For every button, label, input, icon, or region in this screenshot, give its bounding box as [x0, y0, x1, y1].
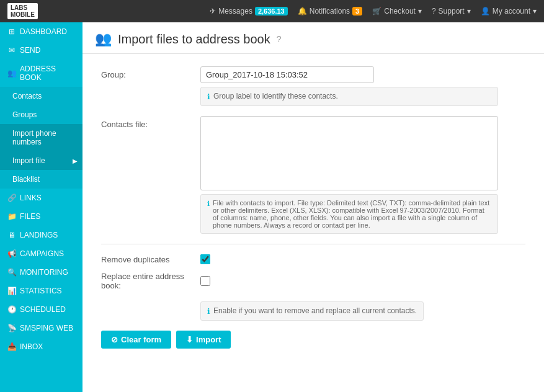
bell-icon: 🔔 — [298, 7, 307, 16]
file-upload-area[interactable] — [200, 116, 498, 190]
send-icon: ✉ — [7, 46, 16, 55]
chevron-down-icon: ▾ — [418, 7, 422, 16]
page-header: 👥 Import files to address book ? — [82, 22, 544, 54]
file-hint-text: File with contacts to import. File type:… — [213, 199, 491, 229]
sidebar-item-campaigns[interactable]: 📢 CAMPAIGNS — [0, 244, 82, 263]
section-divider — [101, 244, 525, 244]
sidebar-item-send[interactable]: ✉ SEND — [0, 41, 82, 60]
contacts-file-control: ℹ File with contacts to import. File typ… — [200, 116, 525, 234]
campaigns-icon: 📢 — [7, 249, 16, 258]
sidebar-item-scheduled[interactable]: 🕐 SCHEDULED — [0, 300, 82, 319]
info-icon: ℹ — [207, 200, 210, 208]
sidebar-item-smspingweb[interactable]: 📡 SMSPING WEB — [0, 319, 82, 337]
clear-icon: ⊘ — [111, 335, 118, 344]
sidebar-item-blacklist[interactable]: Blacklist — [0, 170, 82, 189]
contacts-file-label: Contacts file: — [101, 116, 200, 129]
messages-icon: ✈ — [210, 7, 216, 16]
smspingweb-icon: 📡 — [7, 324, 16, 332]
clear-form-button[interactable]: ⊘ Clear form — [101, 331, 171, 349]
sidebar-item-monitoring[interactable]: 🔍 MONITORING — [0, 263, 82, 282]
sidebar-item-statistics[interactable]: 📊 STATISTICS — [0, 282, 82, 300]
file-hint-box: ℹ File with contacts to import. File typ… — [200, 194, 498, 234]
group-input[interactable] — [200, 66, 374, 83]
address-book-icon: 👥 — [7, 69, 16, 78]
dashboard-icon: ⊞ — [7, 27, 16, 36]
landings-icon: 🖥 — [7, 231, 16, 239]
group-control-area: ℹ Group label to identify these contacts… — [200, 66, 525, 106]
scheduled-icon: 🕐 — [7, 305, 16, 314]
replace-address-book-label: Replace entire address book: — [101, 272, 200, 290]
inbox-icon: 📥 — [7, 342, 16, 351]
messages-nav-item[interactable]: ✈ Messages 2,636.13 — [210, 7, 288, 16]
messages-badge: 2,636.13 — [255, 7, 288, 16]
chevron-down-icon: ▾ — [467, 7, 471, 16]
sidebar: ⊞ DASHBOARD ✉ SEND 👥 ADDRESS BOOK Contac… — [0, 22, 82, 392]
checkout-nav-item[interactable]: 🛒 Checkout ▾ — [372, 7, 422, 16]
info-icon: ℹ — [207, 92, 210, 101]
sidebar-item-contacts[interactable]: Contacts — [0, 87, 82, 105]
cart-icon: 🛒 — [372, 7, 381, 16]
group-hint-text: Group label to identify these contacts. — [213, 92, 338, 100]
remove-duplicates-checkbox[interactable] — [200, 254, 210, 264]
import-icon: ⬇ — [186, 335, 193, 344]
replace-hint-row: ℹ Enable if you want to remove and repla… — [101, 298, 525, 321]
account-nav-item[interactable]: 👤 My account ▾ — [481, 7, 537, 16]
chevron-down-icon: ▾ — [533, 7, 537, 16]
group-hint-box: ℹ Group label to identify these contacts… — [200, 87, 498, 106]
main-content: 👥 Import files to address book ? Group: … — [82, 22, 544, 392]
monitoring-icon: 🔍 — [7, 268, 16, 277]
page-header-icon: 👥 — [95, 31, 112, 47]
top-navigation: LABS MOBILE ✈ Messages 2,636.13 🔔 Notifi… — [0, 0, 544, 22]
user-icon: 👤 — [481, 7, 490, 16]
remove-duplicates-row: Remove duplicates — [101, 254, 525, 264]
contacts-file-row: Contacts file: ℹ File with contacts to i… — [101, 116, 525, 234]
remove-duplicates-label: Remove duplicates — [101, 255, 200, 264]
sidebar-item-dashboard[interactable]: ⊞ DASHBOARD — [0, 22, 82, 41]
page-title: Import files to address book — [118, 32, 270, 47]
sidebar-item-inbox[interactable]: 📥 INBOX — [0, 337, 82, 356]
import-button[interactable]: ⬇ Import — [176, 331, 231, 349]
form-buttons: ⊘ Clear form ⬇ Import — [101, 331, 525, 349]
logo: LABS MOBILE — [7, 3, 38, 19]
help-icon[interactable]: ? — [277, 34, 282, 44]
question-icon: ? — [432, 7, 436, 16]
chevron-right-icon: ▶ — [73, 158, 78, 164]
replace-hint-box: ℹ Enable if you want to remove and repla… — [200, 301, 424, 321]
sidebar-item-import-file[interactable]: Import file ▶ — [0, 151, 82, 170]
group-label: Group: — [101, 66, 200, 79]
notifications-nav-item[interactable]: 🔔 Notifications 3 — [298, 7, 363, 16]
support-nav-item[interactable]: ? Support ▾ — [432, 7, 471, 16]
group-row: Group: ℹ Group label to identify these c… — [101, 66, 525, 106]
statistics-icon: 📊 — [7, 287, 16, 295]
sidebar-item-landings[interactable]: 🖥 LANDINGS — [0, 226, 82, 244]
replace-address-book-row: Replace entire address book: — [101, 272, 525, 290]
sidebar-item-groups[interactable]: Groups — [0, 105, 82, 124]
replace-hint-text: Enable if you want to remove and replace… — [213, 306, 417, 315]
replace-address-book-checkbox[interactable] — [200, 276, 210, 286]
sidebar-item-address-book[interactable]: 👥 ADDRESS BOOK — [0, 60, 82, 87]
sidebar-item-import-phone[interactable]: Import phone numbers — [0, 124, 82, 151]
links-icon: 🔗 — [7, 194, 16, 202]
sidebar-item-files[interactable]: 📁 FILES — [0, 207, 82, 226]
files-icon: 📁 — [7, 212, 16, 221]
sidebar-item-links[interactable]: 🔗 LINKS — [0, 189, 82, 207]
notifications-badge: 3 — [352, 7, 362, 16]
info-icon: ℹ — [207, 307, 210, 316]
import-form: Group: ℹ Group label to identify these c… — [82, 54, 544, 361]
